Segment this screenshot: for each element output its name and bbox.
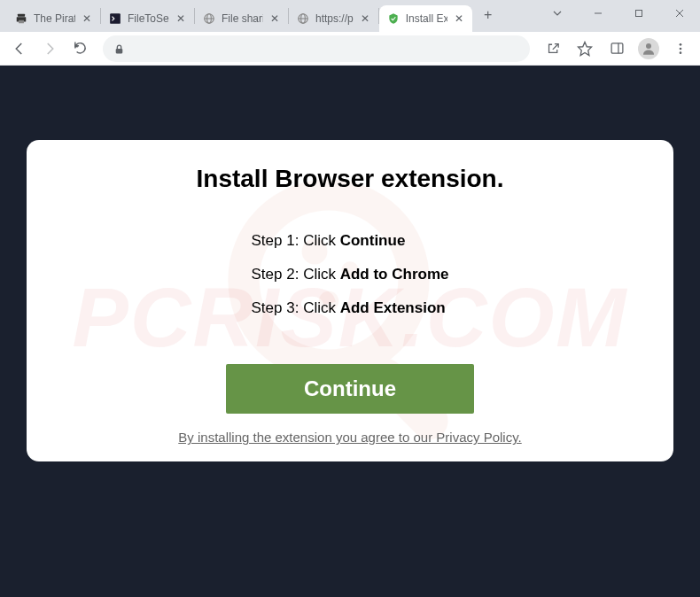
close-icon[interactable]: ✕ xyxy=(81,12,93,25)
globe-icon xyxy=(296,12,310,26)
reload-button[interactable] xyxy=(66,35,94,63)
side-panel-icon[interactable] xyxy=(603,35,631,63)
step-3: Step 3: Click Add Extension xyxy=(252,298,449,319)
browser-window: The Pirat ✕ FileToSen ✕ File shari ✕ xyxy=(0,0,700,597)
close-icon[interactable]: ✕ xyxy=(268,12,281,25)
plus-icon: + xyxy=(484,7,492,23)
bookmark-icon[interactable] xyxy=(571,35,599,63)
svg-point-19 xyxy=(680,47,682,50)
new-tab-button[interactable]: + xyxy=(476,3,501,27)
step-bold: Add to Chrome xyxy=(340,266,449,283)
step-bold: Add Extension xyxy=(340,299,446,316)
privacy-policy-link[interactable]: By installing the extension you agree to… xyxy=(178,430,521,445)
svg-point-18 xyxy=(680,43,682,46)
tab-the-pirate[interactable]: The Pirat ✕ xyxy=(7,5,100,32)
tab-label: The Pirat xyxy=(34,12,75,25)
menu-button[interactable] xyxy=(666,35,695,63)
toolbar xyxy=(0,32,700,66)
avatar-icon xyxy=(638,38,659,59)
tab-label: https://p xyxy=(315,12,354,25)
step-pre: Step 1: Click xyxy=(252,232,340,249)
toolbar-right xyxy=(539,35,695,63)
forward-button[interactable] xyxy=(35,35,64,63)
minimize-button[interactable] xyxy=(578,0,618,27)
chevron-down-icon[interactable] xyxy=(537,0,578,27)
lock-icon xyxy=(113,43,126,55)
tab-label: FileToSen xyxy=(128,12,169,25)
svg-rect-0 xyxy=(18,14,25,17)
address-bar[interactable] xyxy=(103,35,530,62)
step-pre: Step 2: Click xyxy=(252,266,340,283)
close-icon[interactable]: ✕ xyxy=(359,12,371,25)
svg-rect-2 xyxy=(19,20,24,24)
shield-icon xyxy=(386,12,401,26)
titlebar: The Pirat ✕ FileToSen ✕ File shari ✕ xyxy=(0,0,700,32)
step-pre: Step 3: Click xyxy=(252,299,340,316)
printer-icon xyxy=(14,12,28,26)
step-1: Step 1: Click Continue xyxy=(252,230,449,252)
share-icon[interactable] xyxy=(539,35,567,63)
window-controls xyxy=(537,0,700,27)
close-icon[interactable]: ✕ xyxy=(175,12,187,25)
tab-file-sharing[interactable]: File shari ✕ xyxy=(195,5,288,32)
globe-icon xyxy=(202,12,216,26)
svg-rect-15 xyxy=(611,43,623,53)
tab-install-ext[interactable]: Install Ex ✕ xyxy=(379,5,472,32)
tab-label: Install Ex xyxy=(406,12,447,25)
close-button[interactable] xyxy=(659,0,700,27)
close-icon[interactable]: ✕ xyxy=(453,12,465,25)
svg-point-17 xyxy=(646,43,651,49)
back-button[interactable] xyxy=(5,35,34,63)
step-bold: Continue xyxy=(340,232,406,249)
step-2: Step 2: Click Add to Chrome xyxy=(252,264,449,285)
continue-button[interactable]: Continue xyxy=(226,364,474,414)
svg-rect-11 xyxy=(636,11,642,17)
tab-filetosend[interactable]: FileToSen ✕ xyxy=(101,5,194,32)
tab-https[interactable]: https://p ✕ xyxy=(289,5,378,32)
maximize-button[interactable] xyxy=(618,0,659,27)
terminal-icon xyxy=(108,12,122,26)
tab-strip: The Pirat ✕ FileToSen ✕ File shari ✕ xyxy=(0,0,501,32)
svg-rect-14 xyxy=(116,48,123,52)
steps-list: Step 1: Click Continue Step 2: Click Add… xyxy=(252,230,449,330)
card-title: Install Browser extension. xyxy=(62,165,638,193)
profile-avatar[interactable] xyxy=(634,35,663,63)
tab-label: File shari xyxy=(222,12,263,25)
page-body: PCRISK.COM Install Browser extension. St… xyxy=(0,66,700,597)
svg-point-20 xyxy=(680,51,682,54)
install-card: PCRISK.COM Install Browser extension. St… xyxy=(27,140,673,461)
svg-rect-3 xyxy=(110,13,121,24)
